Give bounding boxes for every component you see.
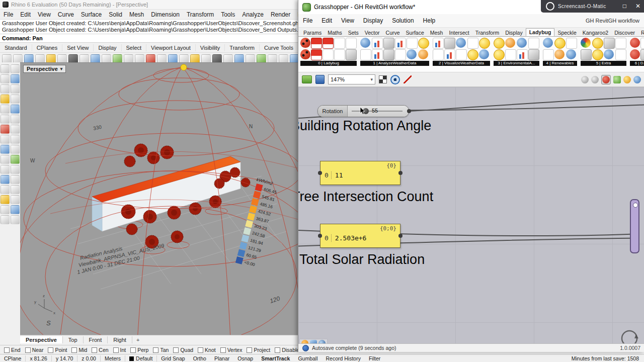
sidebar-tool-icon[interactable] [1,185,10,194]
checkbox[interactable] [130,347,136,353]
component-icon[interactable] [346,38,357,49]
component-icon[interactable] [383,38,394,49]
checkbox[interactable] [92,347,97,353]
component-icon[interactable] [418,38,429,49]
menu-view[interactable]: View [34,11,54,18]
compass-rotate-widget[interactable] [619,328,639,343]
slider-output-nub[interactable] [407,109,411,113]
component-icon[interactable] [372,49,383,60]
component-icon[interactable] [615,38,626,49]
component-icon[interactable] [592,49,603,60]
zoom-dropdown[interactable]: 147% ▾ [328,74,375,84]
tab-discover[interactable]: Discover [611,29,638,36]
toolbar-tab-visibility[interactable]: Visibility [196,44,225,51]
toolbar-tab-display[interactable]: Display [94,44,121,51]
grasshopper-canvas[interactable]: Rotation 55 Building Rotation Angle {0} … [298,87,644,343]
sidebar-tool-icon[interactable] [11,215,20,224]
checkbox[interactable] [220,347,226,353]
component-icon[interactable] [566,38,577,49]
tab-sets[interactable]: Sets [345,29,362,36]
toggle-grid-snap[interactable]: Grid Snap [157,355,189,361]
tab-mesh[interactable]: Mesh [427,29,446,36]
viewport-tab-right[interactable]: Right [108,336,132,343]
osnap-end[interactable]: End [4,347,21,353]
component-icon[interactable] [395,38,406,49]
gh-menu-solution[interactable]: Solution [387,17,418,24]
toggle-ortho[interactable]: Ortho [189,355,210,361]
checkbox[interactable] [4,347,10,353]
canvas-widget-icon[interactable] [318,340,326,343]
maximize-button[interactable]: □ [623,3,626,10]
partial-component[interactable] [630,199,639,253]
sidebar-tool-icon[interactable] [1,84,10,94]
osnap-mid[interactable]: Mid [71,347,87,353]
tab-kangaroo2[interactable]: Kangaroo2 [580,29,611,36]
component-icon[interactable] [543,38,553,48]
sidebar-tool-icon[interactable] [1,145,10,154]
preview-shaded-selected[interactable] [601,75,611,84]
osnap-point[interactable]: Point [48,347,67,353]
sidebar-tool-icon[interactable] [1,125,10,134]
sidebar-tool-icon[interactable] [11,205,20,214]
osnap-vertex[interactable]: Vertex [220,347,243,353]
sidebar-tool-icon[interactable] [11,74,20,83]
preview-wireframe-icon[interactable] [591,76,599,83]
sidebar-tool-icon[interactable] [11,145,20,154]
osnap-cen[interactable]: Cen [92,347,108,353]
checkbox[interactable] [173,347,179,353]
gh-menu-view[interactable]: View [337,17,359,24]
component-icon[interactable] [456,38,466,48]
component-icon[interactable] [604,38,615,49]
menu-dimension[interactable]: Dimension [147,11,183,18]
toggle-gumball[interactable]: Gumball [294,355,321,361]
component-icon[interactable] [444,38,455,49]
sidebar-tool-icon[interactable] [1,165,10,174]
component-icon[interactable] [407,38,418,49]
component-icon[interactable] [494,49,505,60]
checkbox[interactable] [275,347,280,353]
group-label[interactable]: 3 | EnvironmentalA... [494,61,539,66]
component-icon[interactable] [360,49,371,60]
checkbox[interactable] [71,347,77,353]
component-icon[interactable] [640,49,644,60]
ladybug-fly-icon[interactable] [301,340,308,343]
component-icon[interactable] [517,38,527,48]
group-label[interactable]: 5 | Extra [581,61,626,66]
chevron-down-icon[interactable]: ▾ [60,66,63,71]
gh-menu-file[interactable]: File [298,17,317,24]
tab-display[interactable]: Display [502,29,525,36]
tab-ladybug[interactable]: Ladybug [526,28,555,36]
osnap-near[interactable]: Near [25,347,44,353]
component-icon[interactable] [505,38,515,48]
group-label[interactable]: 1 | AnalyzeWeatherData [360,61,429,66]
sidebar-tool-icon[interactable] [1,155,10,164]
cplane-indicator[interactable]: CPlane [0,355,26,361]
sidebar-tool-icon[interactable] [11,135,20,144]
sidebar-tool-icon[interactable] [11,195,20,204]
menu-solid[interactable]: Solid [105,11,126,18]
osnap-int[interactable]: Int [113,347,126,353]
gh-menu-edit[interactable]: Edit [317,17,337,24]
component-icon[interactable] [630,49,640,59]
group-label[interactable]: 0 | Ladybug [300,61,357,66]
component-icon[interactable] [334,38,345,49]
ladybug-icon[interactable] [300,38,310,48]
component-icon[interactable] [581,49,592,60]
component-icon[interactable] [372,38,383,49]
group-label[interactable]: 2 | VisualizeWeatherData [433,61,490,66]
gh-menu-display[interactable]: Display [359,17,387,24]
save-file-icon[interactable] [315,75,325,84]
wire-display-icon[interactable] [404,75,412,83]
component-icon[interactable] [360,38,370,48]
component-icon[interactable] [407,49,417,59]
osnap-project[interactable]: Project [247,347,270,353]
menu-curve[interactable]: Curve [54,11,77,18]
sidebar-tool-icon[interactable] [1,195,10,204]
toolbar-tab-setview[interactable]: Set View [62,44,94,51]
toggle-smarttrack[interactable]: SmartTrack [257,355,294,361]
checkbox[interactable] [247,347,252,353]
sidebar-tool-icon[interactable] [1,64,10,73]
component-icon[interactable] [630,38,640,48]
tab-params[interactable]: Params [300,29,325,36]
menu-render[interactable]: Render [267,11,294,18]
